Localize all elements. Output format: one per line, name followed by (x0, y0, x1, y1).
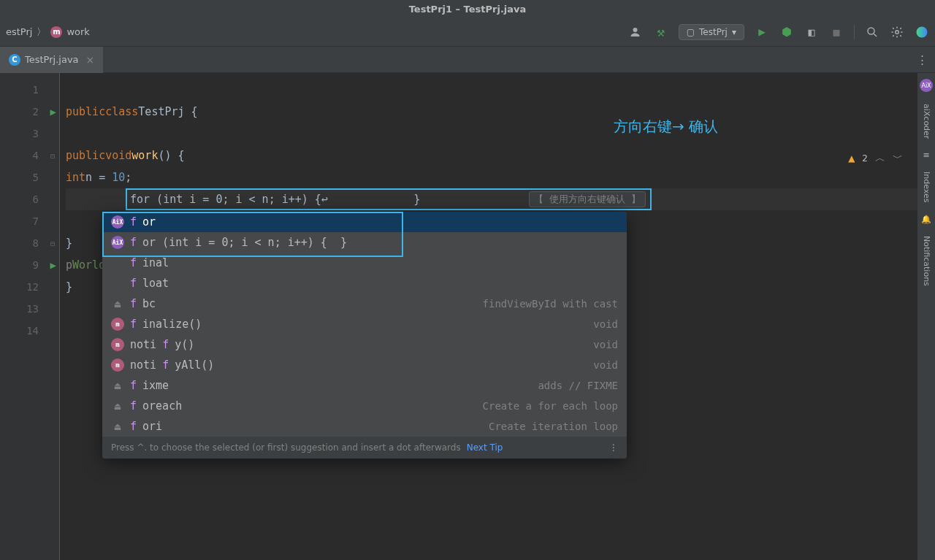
svg-point-4 (917, 26, 928, 37)
line-number: 4⊟ (0, 145, 59, 166)
completion-item[interactable]: ⏏ fori Create iteration loop (102, 416, 627, 437)
completion-item[interactable]: AiX for (102, 212, 627, 232)
breadcrumb-sep: 〉 (37, 26, 46, 39)
method-icon: m (111, 318, 124, 331)
inline-suggestion: for (int i = 0; i < n; i++) {↩ } 【 使用方向右… (126, 188, 652, 210)
tab-menu-icon[interactable]: ⋮ (917, 53, 928, 66)
aixcoder-icon: AiX (111, 236, 124, 249)
add-user-icon[interactable] (629, 25, 644, 39)
svg-point-3 (896, 30, 899, 34)
line-number: 2▶ (0, 101, 59, 123)
run-config-icon: ▢ (687, 27, 695, 37)
svg-point-0 (633, 28, 637, 32)
aixcoder-icon: AiX (111, 215, 124, 229)
completion-item[interactable]: ⏏ fbc findViewById with cast (102, 294, 627, 314)
brand-icon[interactable] (915, 25, 929, 39)
warning-icon: ▲ (848, 153, 855, 164)
chevron-up-icon[interactable]: ︿ (875, 152, 885, 165)
window-title: TestPrj1 – TestPrj.java (409, 4, 527, 15)
breadcrumb-project[interactable]: estPrj (6, 26, 32, 37)
chevron-down-icon: ▾ (732, 27, 736, 37)
svg-line-2 (874, 34, 877, 37)
completion-item[interactable]: AiX for (int i = 0; i < n; i++) { } (102, 232, 627, 253)
fold-icon[interactable]: ⊟ (50, 152, 55, 160)
method-icon: m (111, 358, 124, 372)
titlebar: TestPrj1 – TestPrj.java (0, 0, 935, 18)
line-number: 7 (0, 210, 59, 232)
line-number: 14 (0, 320, 59, 342)
stop-icon[interactable]: ■ (829, 25, 844, 39)
completion-item[interactable]: m notifyAll() void (102, 355, 627, 375)
line-number: 6 (0, 188, 59, 210)
completion-item[interactable]: float (102, 273, 627, 294)
run-config-name: TestPrj (699, 27, 728, 37)
completion-popup[interactable]: AiX for AiX for (int i = 0; i < n; i++) … (102, 212, 627, 459)
line-number: 8⊟ (0, 232, 59, 254)
indexes-icon[interactable]: ≡ (923, 150, 929, 160)
aixcoder-icon[interactable]: AiX (920, 79, 933, 92)
completion-item[interactable]: final (102, 253, 627, 273)
tool-aixcoder[interactable]: aiXcoder (922, 104, 931, 139)
right-toolwindow-bar: AiX aiXcoder ≡ Indexes 🔔 Notifications (917, 73, 935, 560)
footer-tip: Press ^. to choose the selected (or firs… (111, 442, 461, 453)
more-icon[interactable]: ⋮ (609, 442, 618, 453)
warnings-badge[interactable]: ▲ 2 ︿ ﹀ (848, 152, 903, 165)
tab-testprj[interactable]: C TestPrj.java × (0, 47, 103, 73)
next-tip-link[interactable]: Next Tip (467, 442, 503, 453)
completion-item[interactable]: m notify() void (102, 334, 627, 355)
completion-item[interactable]: m finalize() void (102, 314, 627, 334)
toolbar: estPrj 〉 m work ⚒ ▢ TestPrj ▾ ▶ ⬢ ◧ ■ (0, 18, 935, 47)
inline-suggestion-text: for (int i = 0; i < n; i++) {↩ } (127, 193, 529, 206)
line-number: 3 (0, 123, 59, 145)
template-icon: ⏏ (111, 421, 124, 432)
run-config-selector[interactable]: ▢ TestPrj ▾ (679, 24, 744, 40)
coverage-icon[interactable]: ◧ (804, 25, 819, 39)
completion-footer: Press ^. to choose the selected (or firs… (102, 437, 627, 459)
method-icon: m (111, 338, 124, 351)
breadcrumb[interactable]: estPrj 〉 m work (6, 26, 90, 39)
toolbar-actions: ⚒ ▢ TestPrj ▾ ▶ ⬢ ◧ ■ (629, 24, 929, 40)
breadcrumb-method[interactable]: work (66, 26, 89, 37)
line-number: 5 (0, 166, 59, 188)
tab-label: TestPrj.java (25, 54, 79, 65)
run-icon[interactable]: ▶ (755, 25, 769, 39)
gutter: 1 2▶ 3 4⊟ 5 6 7 8⊟ 9▶ 12 13 14 (0, 73, 60, 560)
hammer-icon[interactable]: ⚒ (654, 25, 668, 39)
class-icon: C (9, 54, 20, 66)
completion-item[interactable]: ⏏ foreach Create a for each loop (102, 396, 627, 416)
fold-icon[interactable]: ⊟ (50, 239, 55, 248)
warnings-count: 2 (862, 153, 868, 164)
close-icon[interactable]: × (86, 54, 95, 66)
search-icon[interactable] (865, 25, 879, 39)
annotation-arrow-hint: 方向右键→ 确认 (614, 117, 718, 137)
tool-notifications[interactable]: Notifications (922, 236, 931, 286)
line-number: 1 (0, 79, 59, 101)
gear-icon[interactable] (890, 25, 904, 39)
template-icon: ⏏ (111, 298, 124, 310)
tool-indexes[interactable]: Indexes (922, 172, 931, 202)
bell-icon[interactable]: 🔔 (921, 215, 931, 224)
line-number: 12 (0, 276, 59, 298)
svg-point-1 (868, 28, 874, 34)
tabbar: C TestPrj.java × ⋮ (0, 47, 935, 73)
completion-item[interactable]: ⏏ fixme adds // FIXME (102, 375, 627, 396)
line-number: 13 (0, 298, 59, 320)
chevron-down-icon[interactable]: ﹀ (893, 152, 903, 165)
debug-icon[interactable]: ⬢ (779, 25, 794, 39)
method-icon: m (50, 26, 62, 38)
run-gutter-icon[interactable]: ▶ (50, 259, 56, 271)
template-icon: ⏏ (111, 400, 124, 412)
run-gutter-icon[interactable]: ▶ (50, 106, 56, 118)
template-icon: ⏏ (111, 380, 124, 391)
inline-hint-box: 【 使用方向右键确认 】 (529, 191, 646, 207)
line-number: 9▶ (0, 254, 59, 276)
